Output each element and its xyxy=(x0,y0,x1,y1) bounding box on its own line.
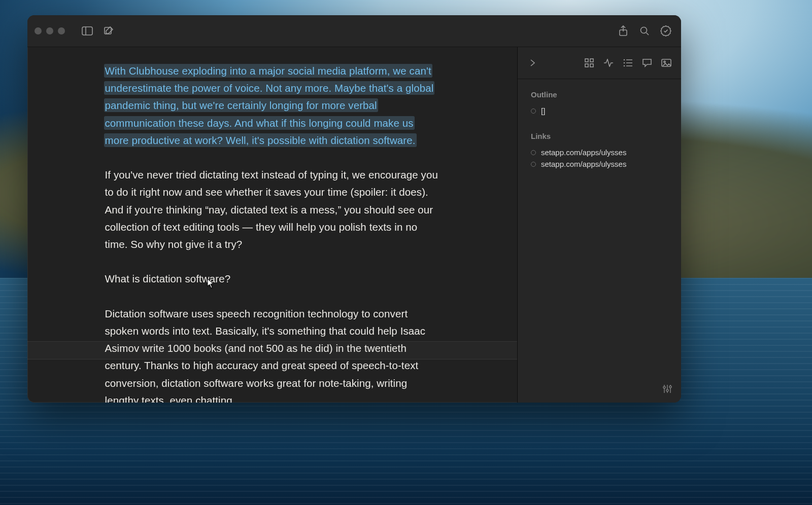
svg-rect-8 xyxy=(585,64,588,67)
tab-outline[interactable] xyxy=(620,55,635,70)
svg-point-17 xyxy=(664,61,665,62)
review-button[interactable] xyxy=(658,23,674,39)
app-window: With Clubhouse exploding into a major so… xyxy=(27,15,681,403)
inspector-body: Outline [] Links setapp.com/apps/ulysses… xyxy=(518,79,681,180)
settings-sliders-button[interactable] xyxy=(663,384,672,395)
svg-rect-9 xyxy=(590,64,593,67)
list-icon xyxy=(623,59,632,67)
svg-point-21 xyxy=(666,389,668,391)
paragraph-selected[interactable]: With Clubhouse exploding into a major so… xyxy=(105,62,440,149)
selection-span[interactable]: With Clubhouse exploding into a major so… xyxy=(105,65,434,146)
share-button[interactable] xyxy=(615,23,631,39)
svg-point-19 xyxy=(663,386,665,388)
tab-media[interactable] xyxy=(659,55,674,70)
editor-scroll[interactable]: With Clubhouse exploding into a major so… xyxy=(27,47,517,403)
sidebar-toggle-icon xyxy=(82,26,93,35)
compose-button[interactable] xyxy=(100,23,117,39)
inspector-tabs xyxy=(518,47,681,79)
editor-content[interactable]: With Clubhouse exploding into a major so… xyxy=(105,62,440,403)
svg-point-12 xyxy=(624,62,625,64)
svg-point-4 xyxy=(641,27,647,33)
paragraph-2[interactable]: If you've never tried dictating text ins… xyxy=(105,166,440,253)
activity-icon xyxy=(603,59,614,67)
search-button[interactable] xyxy=(636,23,653,39)
svg-point-14 xyxy=(624,65,625,67)
review-badge-icon xyxy=(660,25,671,37)
link-item[interactable]: setapp.com/apps/ulysses xyxy=(531,158,668,170)
comment-icon xyxy=(642,58,652,67)
chevron-right-icon xyxy=(529,58,536,67)
traffic-close[interactable] xyxy=(35,27,42,34)
link-item[interactable]: setapp.com/apps/ulysses xyxy=(531,147,668,158)
svg-rect-0 xyxy=(82,27,92,35)
tab-comments[interactable] xyxy=(639,55,655,70)
outline-section-title: Outline xyxy=(531,90,668,99)
link-item-url: setapp.com/apps/ulysses xyxy=(541,160,626,168)
editor-column: With Clubhouse exploding into a major so… xyxy=(27,47,518,403)
svg-rect-6 xyxy=(585,59,588,62)
tab-grid[interactable] xyxy=(582,55,597,70)
svg-rect-7 xyxy=(590,59,593,62)
links-section-title: Links xyxy=(531,132,668,140)
window-body: With Clubhouse exploding into a major so… xyxy=(27,47,681,403)
bullet-dot-icon xyxy=(531,162,536,167)
titlebar xyxy=(27,15,681,47)
search-icon xyxy=(639,26,650,36)
compose-icon xyxy=(104,26,114,36)
paragraph-3[interactable]: Dictation software uses speech recogniti… xyxy=(105,305,440,403)
section-heading[interactable]: What is dictation software? xyxy=(105,270,440,287)
outline-item[interactable]: [] xyxy=(531,105,668,117)
svg-point-10 xyxy=(624,59,625,61)
sidebar-toggle-button[interactable] xyxy=(79,23,95,39)
sliders-icon xyxy=(663,384,672,393)
svg-line-5 xyxy=(647,33,649,35)
share-icon xyxy=(619,25,628,37)
outline-item-label: [] xyxy=(541,106,545,115)
tab-stats[interactable] xyxy=(601,55,616,70)
bullet-dot-icon xyxy=(531,109,536,114)
image-icon xyxy=(661,59,671,67)
bullet-dot-icon xyxy=(531,150,536,155)
panel-collapse-button[interactable] xyxy=(525,55,540,70)
svg-point-23 xyxy=(669,386,671,388)
window-traffic-lights[interactable] xyxy=(35,27,65,34)
traffic-zoom[interactable] xyxy=(58,27,65,34)
traffic-minimize[interactable] xyxy=(46,27,53,34)
svg-rect-2 xyxy=(105,27,111,34)
inspector-panel: Outline [] Links setapp.com/apps/ulysses… xyxy=(518,47,681,403)
grid-icon xyxy=(585,58,594,67)
link-item-url: setapp.com/apps/ulysses xyxy=(541,148,626,157)
